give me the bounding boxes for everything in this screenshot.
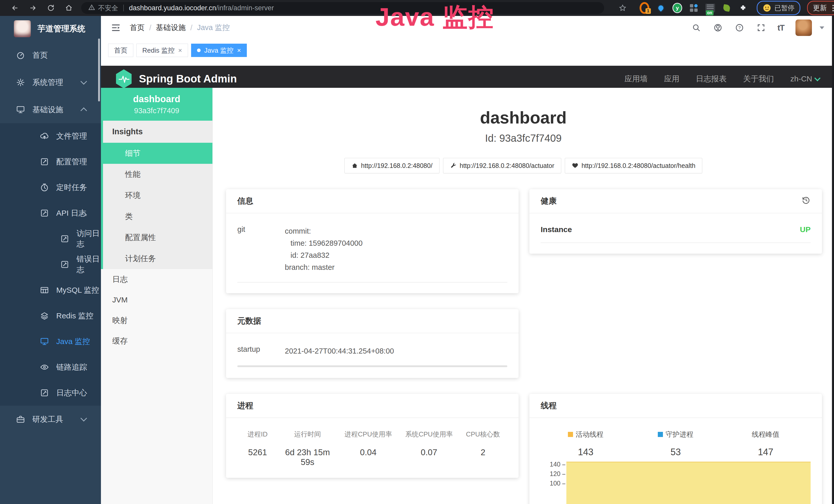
sba-menu-logs[interactable]: 日志 — [101, 269, 213, 290]
history-icon[interactable] — [802, 196, 811, 207]
extension-grid-icon[interactable] — [689, 3, 699, 13]
tab-java-monitor[interactable]: Java 监控 × — [191, 44, 247, 57]
sba-menu-environment[interactable]: 环境 — [103, 185, 213, 206]
sidebar-item-infra[interactable]: 基础设施 — [0, 96, 101, 123]
address-divider — [123, 5, 124, 11]
github-icon[interactable] — [713, 23, 723, 33]
info-card: 信息 git commit: time: 1596289704000 id: 2… — [226, 189, 519, 293]
threads-card: 线程 活动线程 143 守护进程 53 线 — [529, 394, 822, 504]
sidebar-item-java-monitor[interactable]: Java 监控 — [0, 329, 101, 354]
extension-pin-icon[interactable] — [656, 3, 666, 13]
sba-menu-mappings[interactable]: 映射 — [101, 310, 213, 331]
sidebar-item-log-center[interactable]: 日志中心 — [0, 380, 101, 406]
actuator-url-button[interactable]: http://192.168.0.2:48080/actuator — [443, 158, 561, 173]
sidebar-scrollbar[interactable] — [98, 39, 100, 101]
sidebar-item-files[interactable]: 文件管理 — [0, 123, 101, 149]
bookmark-star-icon[interactable] — [617, 3, 628, 13]
tab-home[interactable]: 首页 — [108, 44, 133, 57]
forward-icon[interactable] — [28, 3, 38, 13]
service-url-button[interactable]: http://192.168.0.2:48080/ — [345, 158, 439, 173]
briefcase-icon — [16, 415, 25, 424]
app-sidebar: 芋道管理系统 首页 系统管理 基础设施 文件管理 配置管理 定时任务 API 日… — [0, 16, 101, 504]
search-icon[interactable] — [691, 23, 701, 33]
instance-header[interactable]: dashboard 93a3fc7f7409 — [101, 88, 213, 121]
app-title: 芋道管理系统 — [38, 23, 85, 34]
sidebar-item-home[interactable]: 首页 — [0, 42, 101, 69]
svg-text:?: ? — [738, 25, 741, 30]
language-select[interactable]: zh-CN — [790, 74, 820, 83]
extension-leaf-icon[interactable] — [722, 3, 731, 13]
sidebar-item-error-log[interactable]: 错误日志 — [0, 252, 101, 277]
annotation-java-monitor: Java 监控 — [375, 1, 494, 35]
profile-paused-pill[interactable]: 已暂停 — [757, 1, 800, 15]
hamburger-icon[interactable] — [111, 23, 121, 33]
metadata-card-title: 元数据 — [226, 309, 519, 333]
extension-on-badge: on — [706, 10, 714, 16]
log-pen-icon — [40, 208, 49, 218]
infra-submenu: 文件管理 配置管理 定时任务 API 日志 访问日志 错误日志 MySQL 监控 — [0, 123, 101, 406]
status-badge: UP — [800, 225, 811, 234]
user-avatar[interactable] — [795, 20, 812, 36]
sidebar-item-tracing[interactable]: 链路追踪 — [0, 354, 101, 380]
sidebar-item-devtools[interactable]: 研发工具 — [0, 406, 101, 433]
insights-group: Insights 细节 性能 环境 类 配置属性 计划任务 — [101, 121, 213, 269]
log-pen-icon — [60, 234, 69, 244]
fullscreen-icon[interactable] — [756, 23, 766, 33]
live-threads-area — [566, 462, 811, 504]
chevron-down-icon — [81, 415, 87, 421]
breadcrumb-home[interactable]: 首页 — [130, 23, 145, 33]
legend-live-swatch — [568, 432, 573, 437]
sba-menu-caches[interactable]: 缓存 — [101, 331, 213, 351]
tab-redis-monitor[interactable]: Redis 监控 × — [136, 44, 188, 57]
avatar-caret-icon[interactable] — [820, 26, 824, 29]
horizontal-scrollbar[interactable] — [237, 365, 507, 367]
home-icon — [351, 162, 358, 169]
heart-icon — [572, 162, 578, 169]
back-icon[interactable] — [10, 3, 20, 13]
extensions-puzzle-icon[interactable] — [738, 3, 748, 13]
not-secure-warning-icon — [88, 4, 95, 12]
help-icon[interactable]: ? — [734, 23, 745, 33]
sba-nav-about[interactable]: 关于我们 — [743, 74, 774, 84]
sba-nav-journal[interactable]: 日志报表 — [696, 74, 727, 84]
timer-icon — [40, 183, 49, 192]
home-icon[interactable] — [64, 3, 74, 13]
sba-nav-wallboard[interactable]: 应用墙 — [624, 74, 648, 84]
breadcrumb-infra[interactable]: 基础设施 — [156, 23, 186, 33]
spring-boot-admin-logo[interactable] — [115, 69, 132, 88]
extension-orange-icon[interactable]: 1 — [640, 3, 649, 13]
sba-menu-configprops[interactable]: 配置属性 — [103, 227, 213, 248]
extension-green-icon[interactable]: y — [673, 3, 682, 13]
table-icon — [40, 285, 49, 295]
reload-icon[interactable] — [46, 3, 56, 13]
sidebar-item-redis[interactable]: Redis 监控 — [0, 303, 101, 329]
sba-menu-jvm[interactable]: JVM — [101, 290, 213, 310]
chrome-update-menu[interactable]: 更新 — [807, 1, 834, 15]
sba-brand-title[interactable]: Spring Boot Admin — [139, 73, 237, 85]
sidebar-item-system[interactable]: 系统管理 — [0, 69, 101, 96]
monitor-icon — [16, 105, 25, 114]
chevron-up-icon — [81, 107, 87, 114]
sidebar-item-access-log[interactable]: 访问日志 — [0, 226, 101, 252]
sidebar-item-config[interactable]: 配置管理 — [0, 149, 101, 175]
app-logo[interactable]: 芋道管理系统 — [0, 16, 101, 42]
sba-menu-classes[interactable]: 类 — [103, 206, 213, 227]
sidebar-item-api-log[interactable]: API 日志 — [0, 200, 101, 226]
update-label: 更新 — [813, 3, 827, 13]
sidebar-item-jobs[interactable]: 定时任务 — [0, 175, 101, 200]
sidebar-item-mysql[interactable]: MySQL 监控 — [0, 277, 101, 303]
threads-chart-yaxis: 140 120 100 — [541, 464, 566, 498]
sba-menu-scheduled-tasks[interactable]: 计划任务 — [103, 248, 213, 269]
close-icon[interactable]: × — [178, 47, 182, 54]
address-bar[interactable]: 不安全 dashboard.yudao.iocoder.cn /infra/ad… — [81, 2, 604, 14]
security-label[interactable]: 不安全 — [98, 4, 118, 13]
font-size-icon[interactable]: tT — [777, 23, 784, 32]
extension-switch-icon[interactable]: on — [705, 3, 715, 13]
chevron-down-icon — [81, 78, 87, 85]
close-icon[interactable]: × — [237, 47, 241, 54]
sba-menu-metrics[interactable]: 性能 — [103, 164, 213, 185]
sba-menu-details[interactable]: 细节 — [101, 143, 213, 164]
health-url-button[interactable]: http://192.168.0.2:48080/actuator/health — [565, 158, 702, 173]
sba-nav-applications[interactable]: 应用 — [664, 74, 679, 84]
window-edge — [832, 16, 834, 504]
